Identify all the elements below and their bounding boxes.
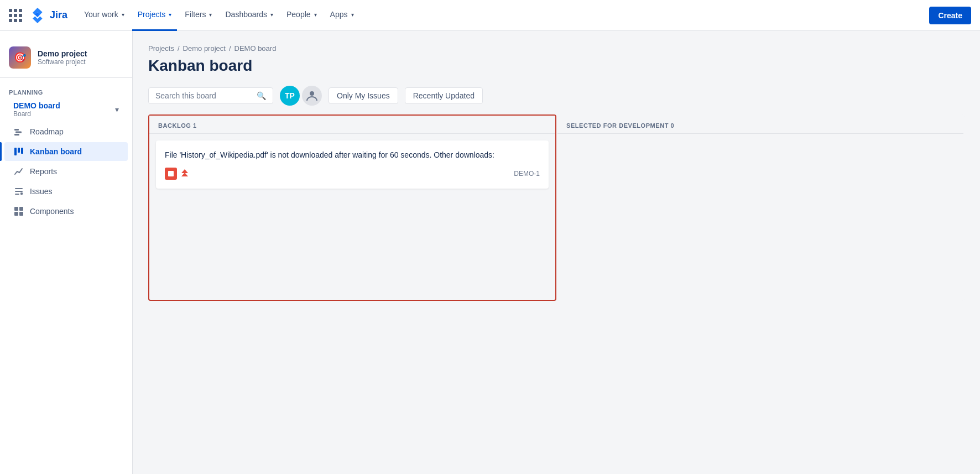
column-content-selected (557, 134, 963, 300)
svg-point-14 (310, 91, 314, 96)
breadcrumb-sep: / (229, 44, 231, 53)
column-header-selected: SELECTED FOR DEVELOPMENT 0 (557, 116, 963, 134)
nav-filters[interactable]: Filters ▾ (179, 0, 217, 31)
svg-rect-1 (15, 132, 22, 133)
issues-icon (13, 186, 24, 196)
svg-rect-0 (14, 129, 19, 131)
avatar-user[interactable] (302, 86, 322, 106)
svg-rect-15 (168, 171, 174, 176)
breadcrumb-demo-project[interactable]: Demo project (183, 44, 226, 53)
jira-logo[interactable]: Jira (29, 7, 67, 24)
chevron-down-icon: ▾ (122, 12, 124, 18)
svg-rect-6 (15, 188, 23, 189)
column-backlog: BACKLOG 1 File 'History_of_Wikipedia.pdf… (148, 114, 556, 301)
avatar-group: TP (280, 86, 322, 106)
svg-rect-9 (20, 192, 23, 195)
chevron-down-icon: ▾ (270, 12, 273, 18)
chevron-down-icon: ▾ (169, 12, 171, 18)
sidebar: 🎯 Demo project Software project PLANNING… (0, 31, 133, 474)
breadcrumb-demo-board[interactable]: DEMO board (234, 44, 277, 53)
chevron-down-icon: ▾ (115, 105, 119, 114)
issue-text: File 'History_of_Wikipedia.pdf' is not d… (165, 149, 540, 161)
svg-rect-11 (19, 207, 23, 211)
demo-board-title: DEMO board (13, 101, 60, 110)
sidebar-item-kanban[interactable]: Kanban board (4, 142, 128, 161)
sidebar-item-components[interactable]: Components (4, 202, 128, 221)
nav-dashboards[interactable]: Dashboards ▾ (220, 0, 279, 31)
project-type: Software project (38, 58, 87, 66)
svg-rect-3 (14, 148, 17, 155)
recently-updated-button[interactable]: Recently Updated (405, 87, 483, 104)
svg-rect-5 (21, 148, 23, 154)
sidebar-item-reports[interactable]: Reports (4, 162, 128, 181)
sidebar-item-issues[interactable]: Issues (4, 182, 128, 201)
issue-type-icon (165, 168, 177, 180)
reports-icon (13, 166, 24, 176)
avatar-tp[interactable]: TP (280, 86, 300, 106)
jira-brand-text: Jira (50, 9, 67, 21)
chevron-down-icon: ▾ (209, 12, 212, 18)
project-avatar-icon: 🎯 (9, 46, 31, 69)
svg-rect-2 (14, 134, 19, 136)
breadcrumb-sep: / (178, 44, 180, 53)
svg-rect-13 (19, 212, 23, 216)
search-input[interactable] (155, 91, 252, 100)
column-header-backlog: BACKLOG 1 (149, 116, 555, 134)
kanban-board: BACKLOG 1 File 'History_of_Wikipedia.pdf… (148, 114, 965, 301)
chevron-down-icon: ▾ (314, 12, 317, 18)
breadcrumb-projects[interactable]: Projects (148, 44, 174, 53)
svg-rect-12 (14, 212, 18, 216)
only-my-issues-button[interactable]: Only My Issues (329, 87, 398, 104)
toolbar: 🔍 TP Only My Issues Recently Updated (148, 86, 965, 106)
project-header: 🎯 Demo project Software project (0, 40, 132, 78)
nav-apps[interactable]: Apps ▾ (325, 0, 359, 31)
issue-card-demo-1[interactable]: File 'History_of_Wikipedia.pdf' is not d… (156, 140, 549, 189)
nav-people[interactable]: People ▾ (281, 0, 322, 31)
sidebar-item-roadmap[interactable]: Roadmap (4, 122, 128, 141)
sidebar-item-label: Components (30, 207, 74, 216)
svg-rect-10 (14, 207, 18, 211)
priority-highest-icon (180, 168, 189, 179)
breadcrumb: Projects / Demo project / DEMO board (148, 44, 965, 53)
project-name: Demo project (38, 49, 87, 58)
planning-section-label: PLANNING (0, 85, 132, 98)
sidebar-demo-board[interactable]: DEMO board Board ▾ (4, 98, 128, 121)
chevron-down-icon: ▾ (351, 12, 354, 18)
nav-your-work[interactable]: Your work ▾ (79, 0, 130, 31)
issue-id: DEMO-1 (514, 170, 540, 178)
page-title: Kanban board (148, 57, 965, 75)
roadmap-icon (13, 127, 24, 137)
svg-rect-4 (18, 148, 20, 153)
sidebar-item-label: Roadmap (30, 127, 64, 136)
issue-footer: DEMO-1 (165, 168, 540, 180)
column-selected-for-development: SELECTED FOR DEVELOPMENT 0 (556, 114, 965, 301)
svg-rect-8 (15, 194, 19, 195)
sidebar-item-label: Issues (30, 187, 52, 196)
demo-board-subtitle: Board (13, 110, 60, 118)
create-button[interactable]: Create (929, 7, 971, 24)
main-layout: 🎯 Demo project Software project PLANNING… (0, 31, 980, 474)
topnav: Jira Your work ▾ Projects ▾ Filters ▾ Da… (0, 0, 980, 31)
apps-grid-icon[interactable] (9, 9, 22, 22)
components-icon (13, 206, 24, 216)
search-box[interactable]: 🔍 (148, 87, 273, 104)
column-content-backlog: File 'History_of_Wikipedia.pdf' is not d… (149, 134, 555, 300)
kanban-icon (13, 147, 24, 157)
sidebar-item-label: Reports (30, 167, 57, 176)
issue-icons (165, 168, 189, 180)
main-content: Projects / Demo project / DEMO board Kan… (133, 31, 980, 474)
svg-rect-7 (15, 191, 23, 192)
sidebar-item-label: Kanban board (30, 147, 82, 156)
nav-projects[interactable]: Projects ▾ (132, 0, 178, 31)
search-icon: 🔍 (257, 91, 266, 100)
